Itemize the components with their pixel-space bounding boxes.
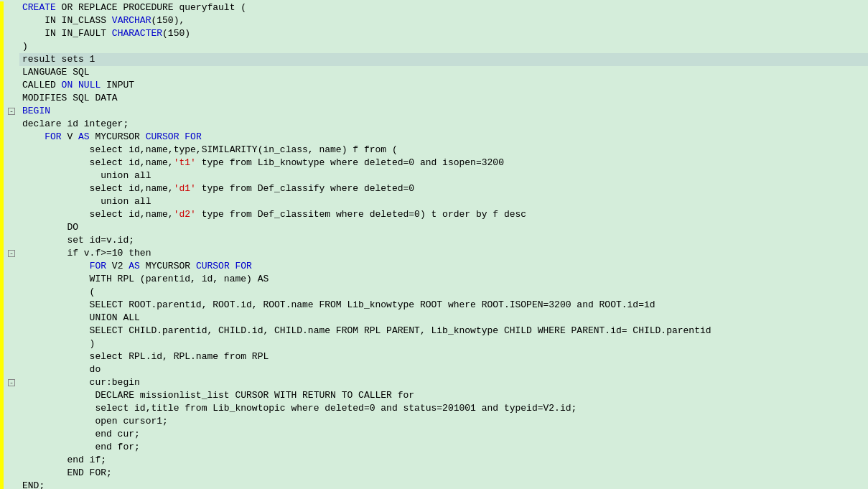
code-editor[interactable]: CREATE OR REPLACE PROCEDURE queryfault (… <box>0 0 868 489</box>
line-content-22: WITH RPL (parentid, id, name) AS <box>19 273 868 286</box>
gutter-22 <box>4 273 19 286</box>
line-content-23: ( <box>19 286 868 299</box>
gutter-6 <box>4 66 19 79</box>
line-21: FOR V2 AS MYCURSOR CURSOR FOR <box>0 260 868 273</box>
line-content-31: DECLARE missionlist_list CURSOR WITH RET… <box>19 389 868 402</box>
line-content-7: CALLED ON NULL INPUT <box>19 79 868 92</box>
gutter-23 <box>4 286 19 299</box>
fold-marker-30[interactable]: - <box>8 379 15 386</box>
line-content-38: END; <box>19 480 868 489</box>
line-content-26: SELECT CHILD.parentid, CHILD.id, CHILD.n… <box>19 325 868 337</box>
line-content-2: IN IN_CLASS VARCHAR(150), <box>19 14 868 27</box>
line-29: do <box>0 363 868 376</box>
line-24: SELECT ROOT.parentid, ROOT.id, ROOT.name… <box>0 299 868 312</box>
line-content-24: SELECT ROOT.parentid, ROOT.id, ROOT.name… <box>19 299 868 312</box>
line-35: end for; <box>0 441 868 454</box>
gutter-20: - <box>4 247 19 260</box>
line-3: IN IN_FAULT CHARACTER(150) <box>0 27 868 40</box>
line-content-34: end cur; <box>19 428 868 441</box>
gutter-29 <box>4 363 19 376</box>
line-23: ( <box>0 286 868 299</box>
gutter-31 <box>4 389 19 402</box>
line-20: - if v.f>=10 then <box>0 247 868 260</box>
fold-marker-9[interactable]: - <box>8 108 15 115</box>
line-11: FOR V AS MYCURSOR CURSOR FOR <box>0 131 868 144</box>
gutter-26 <box>4 325 19 337</box>
line-14: union all <box>0 169 868 182</box>
line-content-28: select RPL.id, RPL.name from RPL <box>19 350 868 363</box>
gutter-36 <box>4 454 19 467</box>
line-content-13: select id,name,'t1' type from Lib_knowty… <box>19 157 868 169</box>
line-content-11: FOR V AS MYCURSOR CURSOR FOR <box>19 131 868 144</box>
line-content-1: CREATE OR REPLACE PROCEDURE queryfault ( <box>19 1 868 14</box>
gutter-14 <box>4 169 19 182</box>
line-content-35: end for; <box>19 441 868 454</box>
gutter-24 <box>4 299 19 312</box>
line-content-6: LANGUAGE SQL <box>19 66 868 79</box>
line-19: set id=v.id; <box>0 234 868 247</box>
line-10: declare id integer; <box>0 118 868 131</box>
gutter-3 <box>4 27 19 40</box>
line-1: CREATE OR REPLACE PROCEDURE queryfault ( <box>0 1 868 14</box>
line-content-5: result sets 1 <box>19 53 868 66</box>
line-32: select id,title from Lib_knowtopic where… <box>0 402 868 415</box>
line-5: result sets 1 <box>0 53 868 66</box>
line-content-25: UNION ALL <box>19 312 868 325</box>
gutter-30: - <box>4 376 19 389</box>
line-27: ) <box>0 337 868 350</box>
gutter-18 <box>4 221 19 234</box>
line-content-36: end if; <box>19 454 868 467</box>
gutter-17 <box>4 208 19 221</box>
gutter-8 <box>4 92 19 105</box>
line-content-3: IN IN_FAULT CHARACTER(150) <box>19 27 868 40</box>
gutter-38 <box>4 480 19 489</box>
line-28: select RPL.id, RPL.name from RPL <box>0 350 868 363</box>
line-content-12: select id,name,type,SIMILARITY(in_class,… <box>19 144 868 157</box>
line-content-17: select id,name,'d2' type from Def_classi… <box>19 208 868 221</box>
line-content-8: MODIFIES SQL DATA <box>19 92 868 105</box>
line-8: MODIFIES SQL DATA <box>0 92 868 105</box>
line-34: end cur; <box>0 428 868 441</box>
line-17: select id,name,'d2' type from Def_classi… <box>0 208 868 221</box>
gutter-21 <box>4 260 19 273</box>
gutter-5 <box>4 53 19 66</box>
gutter-2 <box>4 14 19 27</box>
line-content-9: BEGIN <box>19 105 868 118</box>
line-content-37: END FOR; <box>19 467 868 480</box>
line-content-32: select id,title from Lib_knowtopic where… <box>19 402 868 415</box>
gutter-35 <box>4 441 19 454</box>
line-content-19: set id=v.id; <box>19 234 868 247</box>
line-4: ) <box>0 40 868 53</box>
line-content-15: select id,name,'d1' type from Def_classi… <box>19 182 868 195</box>
gutter-15 <box>4 182 19 195</box>
line-13: select id,name,'t1' type from Lib_knowty… <box>0 157 868 169</box>
line-31: DECLARE missionlist_list CURSOR WITH RET… <box>0 389 868 402</box>
line-7: CALLED ON NULL INPUT <box>0 79 868 92</box>
line-content-21: FOR V2 AS MYCURSOR CURSOR FOR <box>19 260 868 273</box>
line-6: LANGUAGE SQL <box>0 66 868 79</box>
gutter-13 <box>4 157 19 169</box>
gutter-11 <box>4 131 19 144</box>
line-25: UNION ALL <box>0 312 868 325</box>
fold-marker-20[interactable]: - <box>8 250 15 257</box>
line-37: END FOR; <box>0 467 868 480</box>
line-18: DO <box>0 221 868 234</box>
line-30: - cur:begin <box>0 376 868 389</box>
line-2: IN IN_CLASS VARCHAR(150), <box>0 14 868 27</box>
gutter-28 <box>4 350 19 363</box>
gutter-1 <box>4 1 19 14</box>
gutter-37 <box>4 467 19 480</box>
line-content-30: cur:begin <box>19 376 868 389</box>
line-9: -BEGIN <box>0 105 868 118</box>
gutter-32 <box>4 402 19 415</box>
line-content-27: ) <box>19 337 868 350</box>
gutter-7 <box>4 79 19 92</box>
gutter-33 <box>4 415 19 428</box>
line-content-29: do <box>19 363 868 376</box>
gutter-27 <box>4 337 19 350</box>
gutter-19 <box>4 234 19 247</box>
line-36: end if; <box>0 454 868 467</box>
line-content-4: ) <box>19 40 868 53</box>
line-12: select id,name,type,SIMILARITY(in_class,… <box>0 144 868 157</box>
line-content-20: if v.f>=10 then <box>19 247 868 260</box>
